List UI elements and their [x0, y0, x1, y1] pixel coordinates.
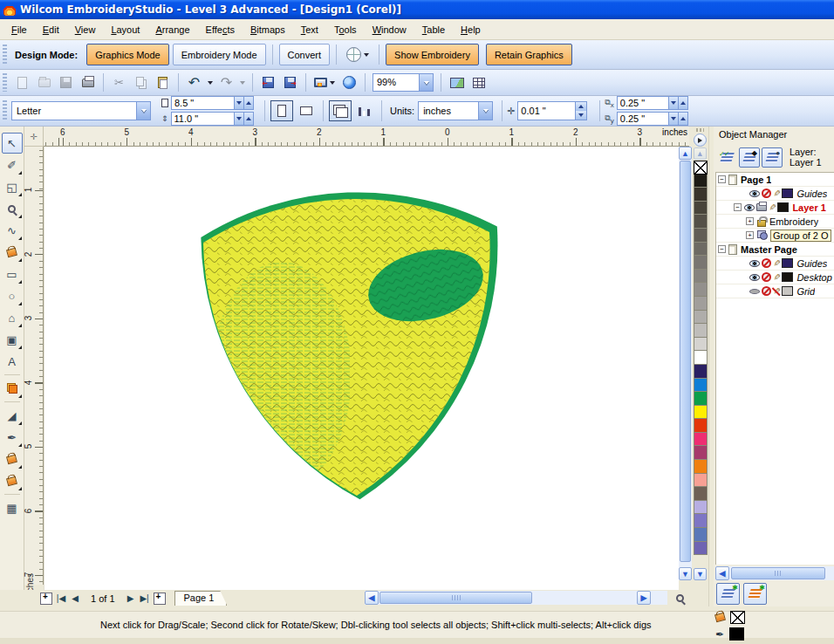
show-object-properties-button[interactable]: ✓✓ — [716, 147, 737, 168]
connect-dropdown-button[interactable] — [341, 44, 374, 65]
units-combo[interactable]: inches — [418, 101, 493, 120]
convert-button[interactable]: Convert — [279, 44, 331, 65]
nudge-spinner[interactable] — [575, 102, 586, 120]
printable-icon[interactable] — [756, 203, 767, 211]
menu-bitmaps[interactable]: Bitmaps — [243, 22, 293, 38]
tree-row-embroidery[interactable]: + Embroidery — [716, 215, 834, 229]
rectangle-tool[interactable]: ▭ — [2, 264, 23, 284]
no-print-icon[interactable] — [762, 258, 771, 268]
duplicate-y-field[interactable]: 0.25 " — [617, 112, 688, 126]
selected-group-label[interactable]: Group of 2 O — [770, 230, 831, 242]
color-swatch[interactable] — [694, 188, 708, 202]
landscape-button[interactable] — [295, 100, 318, 121]
no-edit-pencil-icon[interactable]: ✎ — [772, 287, 782, 294]
copy-button[interactable] — [131, 72, 151, 92]
menu-table[interactable]: Table — [414, 22, 453, 38]
undo-dropdown[interactable] — [206, 72, 215, 92]
redo-button[interactable]: ↷ — [216, 72, 236, 92]
color-swatch[interactable] — [694, 175, 708, 188]
new-layer-button[interactable]: ✱ — [716, 583, 740, 605]
menu-layout[interactable]: Layout — [103, 22, 147, 38]
color-swatch[interactable] — [694, 446, 708, 460]
edit-across-layers-button[interactable]: ◆ — [739, 147, 760, 168]
interactive-zoom-button[interactable] — [672, 591, 687, 605]
layer-color-chip[interactable] — [777, 202, 789, 212]
save-button[interactable] — [56, 72, 76, 92]
title-bar[interactable]: Wilcom EmbroideryStudio - Level 3 Advanc… — [0, 0, 834, 19]
graphics-mode-button[interactable]: Graphics Mode — [86, 44, 169, 65]
color-swatch[interactable] — [694, 501, 708, 515]
toolbar-grip[interactable] — [3, 73, 7, 91]
last-page-button[interactable]: ▶| — [138, 592, 152, 605]
zoom-level-combo[interactable]: 99% — [373, 73, 434, 92]
fill-color-swatch[interactable] — [730, 611, 745, 624]
new-master-layer-button[interactable]: ✱ — [743, 583, 767, 605]
eyedropper-tool[interactable]: ◢ — [2, 405, 23, 426]
paper-size-dropdown[interactable] — [136, 102, 150, 120]
page-width-field[interactable]: 8.5 " — [171, 96, 254, 110]
palette-flyout-button[interactable] — [694, 134, 707, 147]
all-pages-button[interactable] — [329, 100, 352, 121]
menu-view[interactable]: View — [67, 22, 104, 38]
scroll-down-button[interactable]: ▼ — [679, 567, 692, 580]
menu-effects[interactable]: Effects — [198, 22, 243, 38]
pencil-icon[interactable]: ✎ — [772, 259, 782, 266]
menu-edit[interactable]: Edit — [35, 22, 67, 38]
vertical-scroll-thumb[interactable] — [680, 161, 691, 562]
zoom-tool[interactable] — [2, 198, 23, 219]
layer-color-chip[interactable] — [782, 272, 793, 282]
color-swatch[interactable] — [694, 270, 708, 284]
fill-tool[interactable] — [2, 449, 23, 469]
visibility-off-eye-icon[interactable] — [749, 289, 760, 294]
shape-tool[interactable]: ✐ — [2, 154, 23, 175]
tree-row-group[interactable]: + Group of 2 O — [716, 229, 834, 243]
tree-row-guides[interactable]: ✎ Guides — [716, 187, 834, 201]
first-page-button[interactable]: |◀ — [54, 592, 68, 605]
color-swatch[interactable] — [694, 324, 708, 338]
collapse-icon[interactable]: − — [718, 175, 726, 183]
menu-help[interactable]: Help — [453, 22, 489, 38]
basic-shapes-tool[interactable]: ▣ — [2, 329, 23, 350]
color-swatch[interactable] — [694, 202, 708, 216]
freehand-tool[interactable]: ∿ — [2, 220, 23, 241]
expand-icon[interactable]: + — [746, 231, 754, 239]
menu-text[interactable]: Text — [293, 22, 326, 38]
color-swatch[interactable] — [694, 528, 708, 542]
color-swatch[interactable] — [694, 297, 708, 311]
tree-row-guides-master[interactable]: ✎ Guides — [716, 257, 834, 271]
toolbar-grip[interactable] — [3, 45, 7, 65]
crop-tool[interactable]: ◱ — [2, 176, 23, 197]
collapse-icon[interactable]: − — [734, 203, 742, 211]
units-dropdown[interactable] — [478, 102, 492, 120]
color-swatch[interactable] — [694, 311, 708, 325]
color-swatch[interactable] — [694, 460, 708, 474]
print-button[interactable] — [78, 72, 98, 92]
collapse-icon[interactable]: − — [718, 245, 726, 253]
pick-tool[interactable]: ↖ — [2, 133, 23, 154]
menu-window[interactable]: Window — [365, 22, 414, 38]
previous-page-button[interactable]: ◀ — [68, 592, 82, 605]
color-swatch[interactable] — [694, 256, 708, 270]
docker-scroll-thumb[interactable] — [731, 567, 825, 579]
outline-color-swatch[interactable] — [729, 627, 744, 641]
layer-manager-view-button[interactable]: ● — [762, 147, 783, 168]
add-page-after-button[interactable] — [154, 593, 166, 605]
palette-scroll-up-button[interactable]: ▲ — [694, 147, 707, 160]
interactive-blend-tool[interactable] — [2, 378, 23, 399]
color-swatch[interactable] — [694, 351, 708, 365]
color-swatch[interactable] — [694, 514, 708, 528]
tree-row-desktop[interactable]: ✎ Desktop — [716, 271, 834, 284]
color-swatch[interactable] — [694, 338, 708, 352]
pencil-icon[interactable]: ✎ — [768, 203, 777, 210]
menu-arrange[interactable]: Arrange — [147, 22, 197, 38]
pencil-icon[interactable]: ✎ — [772, 273, 782, 280]
duplicate-x-spinner[interactable] — [668, 97, 687, 109]
color-swatch[interactable] — [694, 419, 708, 433]
color-swatch[interactable] — [694, 487, 708, 501]
tree-row-grid[interactable]: ✎ Grid — [716, 284, 834, 298]
expand-icon[interactable]: + — [746, 217, 754, 225]
visibility-eye-icon[interactable] — [749, 260, 760, 267]
application-launcher-button[interactable] — [311, 72, 338, 92]
no-print-icon[interactable] — [762, 272, 771, 282]
web-button[interactable] — [339, 72, 359, 92]
